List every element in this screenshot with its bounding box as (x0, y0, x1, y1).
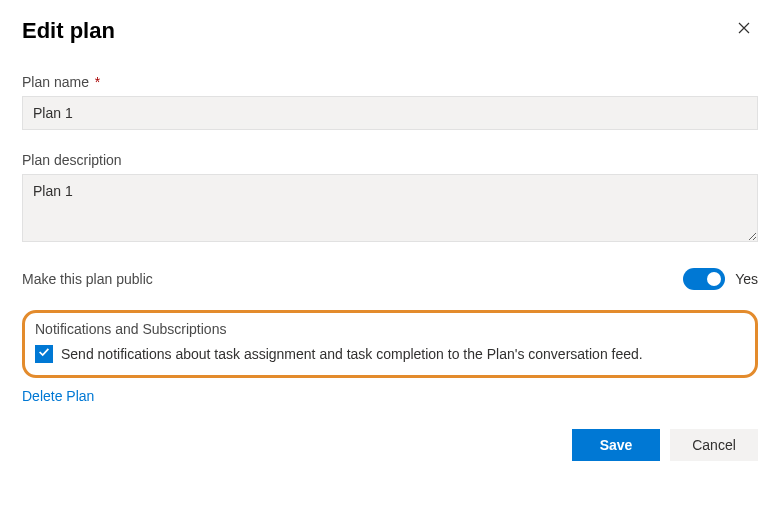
plan-name-field: Plan name * (22, 74, 758, 130)
close-icon (736, 20, 752, 40)
plan-name-input[interactable] (22, 96, 758, 130)
plan-name-label: Plan name * (22, 74, 758, 90)
checkmark-icon (37, 345, 51, 363)
delete-plan-link[interactable]: Delete Plan (22, 388, 94, 404)
plan-description-label: Plan description (22, 152, 758, 168)
notifications-checkbox-label: Send notifications about task assignment… (61, 346, 643, 362)
plan-description-input[interactable]: Plan 1 (22, 174, 758, 242)
notifications-section-title: Notifications and Subscriptions (35, 321, 745, 337)
notifications-checkbox[interactable] (35, 345, 53, 363)
save-button[interactable]: Save (572, 429, 660, 461)
public-toggle-switch[interactable] (683, 268, 725, 290)
public-toggle-label: Make this plan public (22, 271, 153, 287)
public-toggle-container: Yes (683, 268, 758, 290)
dialog-title: Edit plan (22, 18, 115, 44)
button-row: Save Cancel (22, 429, 758, 461)
public-toggle-row: Make this plan public Yes (22, 268, 758, 290)
toggle-thumb (707, 272, 721, 286)
cancel-button[interactable]: Cancel (670, 429, 758, 461)
notifications-highlight: Notifications and Subscriptions Send not… (22, 310, 758, 378)
close-button[interactable] (730, 18, 758, 41)
plan-description-field: Plan description Plan 1 (22, 152, 758, 246)
dialog-header: Edit plan (22, 18, 758, 44)
notifications-checkbox-row: Send notifications about task assignment… (35, 345, 745, 363)
required-asterisk: * (95, 74, 100, 90)
public-toggle-state: Yes (735, 271, 758, 287)
